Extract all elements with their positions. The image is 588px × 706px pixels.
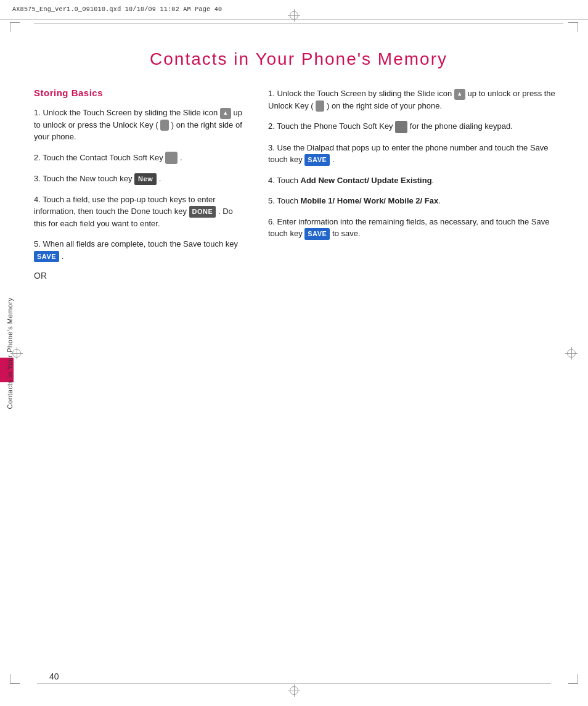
list-item-3: 3. Touch the New touch key New . bbox=[34, 173, 243, 185]
right-list-item-1: 1. Unlock the Touch Screen by sliding th… bbox=[268, 88, 563, 112]
right-item-1-text3: ) on the right side of your phone. bbox=[327, 101, 442, 110]
top-divider bbox=[34, 23, 563, 24]
columns-layout: Storing Basics 1. Unlock the Touch Scree… bbox=[34, 88, 563, 281]
main-content: Contacts in Your Phone's Memory Storing … bbox=[34, 31, 563, 669]
item-2-text2: . bbox=[180, 153, 182, 162]
right-item-4-text: 4. Touch Add New Contact/ Update Existin… bbox=[268, 176, 434, 185]
corner-mark-bl bbox=[10, 674, 20, 684]
right-item-2-text2: for the phone dialing keypad. bbox=[410, 121, 513, 131]
unlock-icon-left-1 bbox=[160, 120, 169, 131]
bold-mobile-home: Mobile 1/ Home/ Work/ Mobile 2/ Fax bbox=[301, 196, 439, 205]
corner-mark-br bbox=[568, 674, 578, 684]
header-text: AX8575_Eng_ver1.0_091010.qxd 10/10/09 11… bbox=[12, 6, 222, 13]
item-5-text: 5. When all fields are complete, touch t… bbox=[34, 239, 238, 248]
right-item-2-text: 2. Touch the Phone Touch Soft Key bbox=[268, 121, 395, 131]
slide-icon-left-1 bbox=[220, 108, 231, 119]
save-button-label-right-6: SAVE bbox=[304, 228, 330, 240]
list-item-2: 2. Touch the Contact Touch Soft Key . bbox=[34, 152, 243, 165]
side-label-container: Contacts in Your Phone's Memory bbox=[6, 123, 17, 583]
corner-mark-tl bbox=[10, 22, 20, 32]
right-item-6-text2: to save. bbox=[332, 229, 361, 238]
right-list-item-5: 5. Touch Mobile 1/ Home/ Work/ Mobile 2/… bbox=[268, 195, 563, 207]
reg-mark-bottom bbox=[290, 686, 298, 695]
save-button-label-right-3: SAVE bbox=[304, 154, 330, 166]
reg-mark-top bbox=[290, 11, 298, 20]
slide-icon-right-1 bbox=[454, 89, 465, 100]
right-list-item-4: 4. Touch Add New Contact/ Update Existin… bbox=[268, 174, 563, 187]
item-4-text: 4. Touch a field, use the pop-up touch k… bbox=[34, 195, 216, 216]
unlock-icon-right-1 bbox=[316, 101, 324, 112]
done-button-label: DONE bbox=[189, 206, 216, 218]
right-item-1-text: 1. Unlock the Touch Screen by sliding th… bbox=[268, 89, 454, 98]
side-label: Contacts in Your Phone's Memory bbox=[6, 297, 16, 409]
page-title: Contacts in Your Phone's Memory bbox=[34, 49, 563, 69]
item-2-text: 2. Touch the Contact Touch Soft Key bbox=[34, 153, 165, 162]
new-button-label: New bbox=[134, 173, 157, 185]
page-number: 40 bbox=[49, 671, 59, 681]
item-3-text: 3. Touch the New touch key bbox=[34, 174, 134, 183]
right-item-3-text2: . bbox=[332, 155, 335, 164]
list-item-1: 1. Unlock the Touch Screen by sliding th… bbox=[34, 107, 243, 143]
list-item-5: 5. When all fields are complete, touch t… bbox=[34, 238, 243, 262]
left-column: Storing Basics 1. Unlock the Touch Scree… bbox=[34, 88, 243, 281]
corner-mark-tr bbox=[568, 22, 578, 32]
right-item-5-text: 5. Touch Mobile 1/ Home/ Work/ Mobile 2/… bbox=[268, 196, 441, 205]
page-container: AX8575_Eng_ver1.0_091010.qxd 10/10/09 11… bbox=[0, 0, 588, 706]
section-heading: Storing Basics bbox=[34, 88, 243, 98]
list-item-4: 4. Touch a field, use the pop-up touch k… bbox=[34, 194, 243, 230]
item-3-text2: . bbox=[159, 174, 161, 183]
right-list-item-3: 3. Use the Dialpad that pops up to enter… bbox=[268, 142, 563, 166]
phone-icon bbox=[395, 121, 407, 133]
contact-icon bbox=[165, 152, 178, 164]
right-list-item-2: 2. Touch the Phone Touch Soft Key for th… bbox=[268, 120, 563, 133]
bottom-line bbox=[37, 683, 551, 684]
reg-mark-right bbox=[567, 349, 576, 358]
bold-add-contact: Add New Contact/ Update Existing bbox=[301, 176, 432, 185]
item-1-number: 1. Unlock the Touch Screen by sliding th… bbox=[34, 108, 220, 117]
right-column: 1. Unlock the Touch Screen by sliding th… bbox=[268, 88, 563, 281]
save-button-label-left-5: SAVE bbox=[34, 251, 59, 263]
item-5-text2: . bbox=[62, 252, 64, 261]
or-text: OR bbox=[34, 271, 243, 281]
right-list-item-6: 6. Enter information into the remaining … bbox=[268, 216, 563, 240]
